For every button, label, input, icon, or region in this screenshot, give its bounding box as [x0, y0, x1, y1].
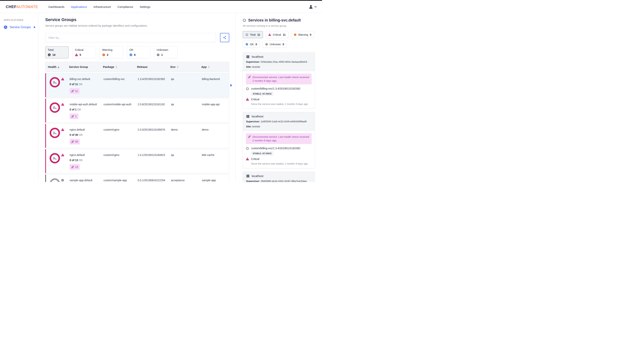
pill-warning[interactable]: Warning0 — [291, 31, 314, 38]
panel-title: Services in billing-svc.default — [243, 18, 315, 23]
service-group-name: mobile-api-auth.default — [70, 102, 100, 106]
status-card-unknown[interactable]: Unknown 1 — [154, 47, 178, 58]
page-title: Service Groups — [45, 17, 229, 22]
logo-chef: CHEF — [6, 5, 16, 9]
column-header-package[interactable]: Package — [103, 65, 137, 69]
nav-compliance[interactable]: Compliance — [118, 5, 133, 9]
column-header-env[interactable]: Env — [170, 65, 201, 69]
app-cell: bldr-cache — [202, 153, 229, 170]
critical-icon — [246, 98, 249, 101]
critical-icon — [61, 103, 64, 106]
site-line: Site: testsite — [246, 125, 312, 128]
pill-ok[interactable]: OK0 — [243, 41, 260, 48]
status-card-count: 1 — [161, 53, 163, 56]
pill-total[interactable]: Total11 — [243, 31, 263, 38]
panel-subtitle: All services running in a service group. — [243, 24, 315, 27]
health-cell: 0% — [48, 102, 70, 119]
table-row[interactable]: 0% mobile-api-auth.default 0 of 1 OK 1 c… — [45, 98, 229, 123]
broken-link-icon — [71, 140, 74, 143]
service-cards-list: localhost Supervisor: 029a3a8a-20ac-4590… — [243, 52, 315, 182]
status-card-count: 5 — [80, 53, 81, 56]
release-cell: 1.0.1/20190115184823 — [138, 153, 171, 170]
site-line: Site: testsite — [246, 65, 312, 69]
ok-icon — [246, 43, 248, 46]
selected-row-arrow-icon[interactable] — [230, 84, 232, 87]
status-card-ok[interactable]: OK 8 — [127, 47, 150, 58]
release-cell: 2.0.8/20190115181192 — [138, 102, 171, 119]
user-icon — [308, 5, 313, 9]
sidebar-section-label: APPLICATIONS — [4, 19, 36, 22]
column-header-release: Release — [137, 65, 170, 69]
status-card-warning[interactable]: Warning 2 — [100, 47, 123, 58]
service-card-body: Disconnected service: Last health check … — [243, 71, 315, 109]
health-donut: 0% — [50, 102, 60, 113]
env-cell: qa — [171, 153, 202, 170]
status-card-total[interactable]: Total 16 — [45, 47, 68, 58]
disconnected-chip: 1 — [70, 114, 78, 119]
nav-dashboards[interactable]: Dashboards — [48, 5, 64, 9]
status-filter-cards: Total 16 Critical 5 Warning 2 OK 8 Unkno… — [45, 47, 229, 58]
broken-link-icon — [71, 166, 74, 168]
service-group-cell: billing-svc.default 0 of 11 OK 11 — [70, 77, 104, 94]
nav-applications[interactable]: Applications — [71, 5, 87, 9]
service-status-pills: Total11 Critical11 Warning0 OK0 Unknown0 — [243, 31, 315, 48]
status-card-critical[interactable]: Critical 5 — [72, 47, 96, 58]
warning-icon — [294, 33, 296, 36]
package-cell: custom/mobile-api-auth — [104, 102, 138, 119]
service-groups-table: Health Service Group Package Release Env… — [45, 62, 229, 182]
service-status: Critical — [246, 98, 312, 101]
service-group-name: nginx.default — [70, 128, 100, 132]
table-row[interactable]: 0% billing-svc.default 0 of 11 OK 11 cus… — [45, 73, 229, 97]
nav-infrastructure[interactable]: Infrastructure — [94, 5, 111, 9]
service-status: Critical — [246, 157, 312, 161]
share-icon — [223, 36, 226, 39]
group-icon — [48, 53, 51, 56]
service-group-cell: mobile-api-auth.default 0 of 1 OK 1 — [70, 102, 104, 119]
column-header-app[interactable]: App — [201, 65, 229, 69]
health-cell: 0% — [48, 178, 70, 182]
ok-icon — [130, 53, 132, 56]
critical-icon — [61, 78, 64, 81]
chef-automate-logo[interactable]: CHEFAUTOMATE — [6, 5, 38, 9]
table-row[interactable]: 0% nginx.default 0 of 40 OK 40 custom/ng… — [45, 124, 229, 148]
app-cell: billing-backend — [202, 77, 229, 94]
sidebar-item-service-groups[interactable]: Service Groups — [4, 25, 36, 29]
status-card-count: 8 — [134, 53, 136, 56]
sort-icon — [177, 66, 178, 68]
table-row[interactable]: 0% nginx.default 0 of 13 OK 13 custom/ng… — [45, 149, 229, 173]
host-name: localhost — [252, 174, 263, 178]
status-card-count: 2 — [107, 53, 108, 56]
service-card-header: localhost Supervisor: 029a3a8a-20ac-4590… — [243, 53, 315, 71]
channel-badge: STABLE: AT-ONCE — [251, 92, 273, 96]
package-identifier: custom/billing-svc/1.3.4/20190115182382 — [246, 147, 312, 150]
service-group-name: nginx.default — [70, 153, 100, 157]
cluster-dots-icon — [246, 33, 248, 36]
service-group-cell: sample-app.default 0 of 1 OK 1 — [70, 178, 104, 182]
cluster-dots-icon — [246, 87, 249, 90]
disconnected-notice: Disconnected service: Last health check … — [246, 133, 312, 144]
pill-critical[interactable]: Critical11 — [266, 31, 288, 38]
logo-automate: AUTOMATE — [16, 5, 38, 9]
critical-icon — [246, 157, 249, 161]
page-subtitle: Service groups are Habitat services orde… — [45, 24, 229, 27]
caret-right-icon — [34, 26, 36, 28]
service-card: localhost Supervisor: 2fb65869-de1b-4341… — [243, 172, 315, 182]
table-header: Health Service Group Package Release Env… — [45, 62, 229, 72]
share-button[interactable] — [220, 33, 229, 42]
filter-input[interactable] — [45, 33, 216, 42]
disconnected-chip: 13 — [70, 164, 80, 170]
critical-icon — [75, 53, 78, 56]
pill-unknown[interactable]: Unknown0 — [262, 41, 287, 48]
release-cell: 0.0.1/20190924222254 — [138, 178, 171, 182]
nav-settings[interactable]: Settings — [140, 5, 150, 9]
env-cell: qa — [171, 77, 202, 94]
column-header-health[interactable]: Health — [48, 65, 69, 69]
service-card: localhost Supervisor: 1e95554f-2cb8-4c52… — [243, 112, 315, 168]
table-row[interactable]: 0% sample-app.default 0 of 1 OK 1 custom… — [45, 174, 229, 182]
service-group-cell: nginx.default 0 of 13 OK 13 — [70, 153, 104, 170]
critical-icon — [61, 153, 64, 157]
unknown-icon — [156, 53, 160, 56]
disconnected-chip: 40 — [70, 139, 80, 144]
user-menu-button[interactable] — [308, 5, 317, 9]
service-groups-icon — [4, 25, 8, 29]
